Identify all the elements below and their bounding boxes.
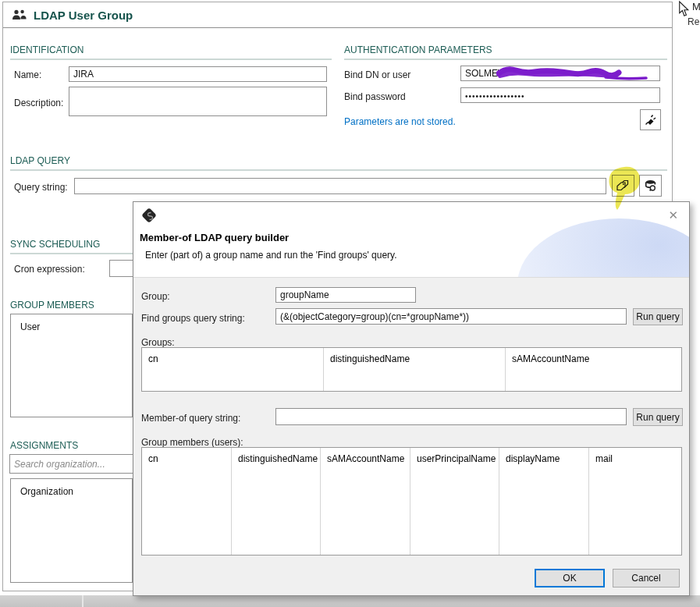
description-input[interactable] bbox=[69, 87, 327, 116]
assignments-list[interactable]: Organization bbox=[10, 478, 133, 583]
find-groups-query-input[interactable] bbox=[275, 308, 627, 325]
tags-icon bbox=[616, 179, 631, 193]
database-search-icon bbox=[644, 179, 657, 193]
group-input[interactable] bbox=[275, 287, 416, 303]
cancel-button[interactable]: Cancel bbox=[613, 569, 680, 587]
peek-text-2: Re bbox=[688, 16, 699, 27]
name-label: Name: bbox=[14, 69, 41, 80]
groups-table[interactable]: cn distinguishedName sAMAccountName bbox=[141, 347, 682, 392]
members-column-userprincipalname[interactable]: userPrincipalName bbox=[410, 448, 499, 555]
dialog-subtitle: Enter (part of) a group name and run the… bbox=[145, 250, 397, 261]
header-swoosh-decoration bbox=[517, 218, 689, 278]
screen: M Re LDAP User Group IDENTIFICATION Name… bbox=[0, 0, 700, 607]
page-title: LDAP User Group bbox=[34, 9, 133, 22]
description-label: Description: bbox=[14, 98, 63, 108]
close-icon[interactable]: ✕ bbox=[668, 208, 678, 222]
groups-column-samaccountname[interactable]: sAMAccountName bbox=[506, 348, 681, 391]
sync-scheduling-section-header: SYNC SCHEDULING bbox=[10, 239, 133, 254]
test-connection-button[interactable] bbox=[640, 109, 661, 130]
taskbar-strip bbox=[0, 595, 700, 607]
background-window-peek: M Re bbox=[673, 0, 700, 36]
ldap-query-section-header: LDAP QUERY bbox=[10, 155, 667, 171]
bind-dn-input[interactable] bbox=[460, 66, 660, 81]
group-label: Group: bbox=[141, 291, 170, 302]
dialog-header: Member-of LDAP query builder Enter (part… bbox=[133, 202, 689, 278]
peek-text-1: M bbox=[692, 1, 700, 12]
authentication-section-header: AUTHENTICATION PARAMETERS bbox=[344, 44, 667, 60]
group-members-users-table[interactable]: cn distinguishedName sAMAccountName user… bbox=[141, 447, 682, 556]
run-member-of-query-button[interactable]: Run query bbox=[633, 408, 683, 426]
query-builder-button[interactable] bbox=[612, 175, 634, 197]
window-titlebar: LDAP User Group bbox=[3, 2, 672, 28]
ok-button[interactable]: OK bbox=[535, 569, 605, 587]
members-column-samaccountname[interactable]: sAMAccountName bbox=[321, 448, 410, 555]
plug-icon bbox=[644, 113, 657, 126]
query-string-label: Query string: bbox=[14, 182, 68, 193]
group-members-list[interactable]: User bbox=[10, 314, 133, 417]
test-query-button[interactable] bbox=[639, 175, 662, 197]
run-find-groups-query-button[interactable]: Run query bbox=[633, 308, 683, 325]
members-column-distinguishedname[interactable]: distinguishedName bbox=[232, 448, 321, 555]
group-members-column-header: User bbox=[11, 314, 132, 332]
dialog-title: Member-of LDAP query builder bbox=[140, 232, 289, 243]
app-diamond-icon bbox=[140, 206, 158, 225]
bind-dn-label: Bind DN or user bbox=[344, 69, 410, 80]
name-input[interactable] bbox=[69, 66, 327, 82]
member-of-query-label: Member-of query string: bbox=[141, 413, 240, 424]
query-string-input[interactable] bbox=[74, 178, 606, 194]
groups-column-distinguishedname[interactable]: distinguishedName bbox=[324, 348, 506, 391]
bind-password-input[interactable] bbox=[460, 87, 660, 103]
members-column-displayname[interactable]: displayName bbox=[499, 448, 589, 555]
mouse-cursor-icon bbox=[678, 1, 690, 17]
members-column-mail[interactable]: mail bbox=[589, 448, 681, 555]
groups-table-label: Groups: bbox=[141, 337, 175, 348]
bind-password-label: Bind password bbox=[344, 91, 406, 102]
group-members-table-label: Group members (users): bbox=[141, 437, 243, 448]
taskbar-divider bbox=[82, 595, 84, 607]
parameters-note: Parameters are not stored. bbox=[344, 116, 456, 127]
user-group-icon bbox=[12, 9, 27, 21]
assignments-column-header: Organization bbox=[11, 479, 132, 497]
identification-section-header: IDENTIFICATION bbox=[10, 44, 332, 60]
member-of-query-builder-dialog: Member-of LDAP query builder Enter (part… bbox=[133, 201, 690, 596]
find-groups-query-label: Find groups query string: bbox=[141, 313, 245, 324]
member-of-query-input[interactable] bbox=[275, 408, 627, 425]
members-column-cn[interactable]: cn bbox=[142, 448, 232, 555]
assignments-section-header: ASSIGNMENTS bbox=[10, 440, 133, 456]
search-organization-input[interactable] bbox=[9, 454, 133, 474]
cron-expression-label: Cron expression: bbox=[14, 264, 85, 275]
groups-column-cn[interactable]: cn bbox=[142, 348, 324, 391]
group-members-section-header: GROUP MEMBERS bbox=[10, 300, 133, 315]
